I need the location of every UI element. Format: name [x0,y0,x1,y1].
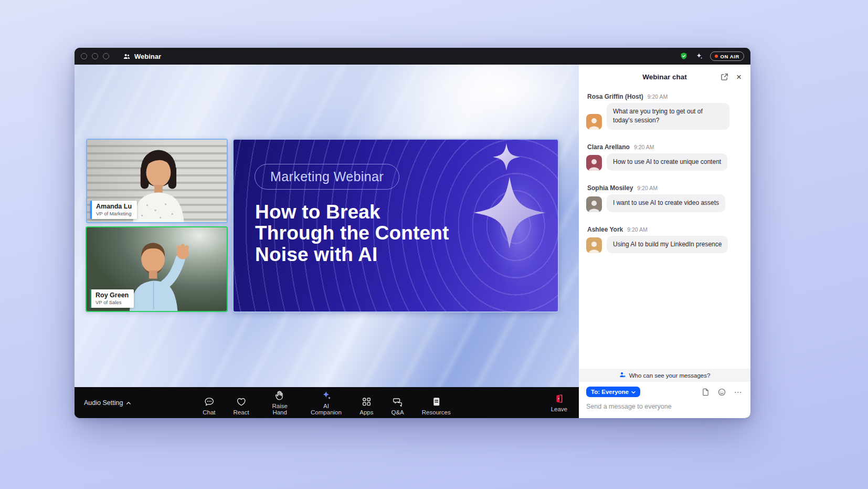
app-title-group: Webinar [123,53,161,60]
video-stage: Amanda Lu VP of Marketing [75,65,579,387]
message-time: 9:20 AM [634,144,654,150]
chat-message: Clara Arellano 9:20 AM How to use AI to … [586,143,742,171]
toolbar-chat-label: Chat [203,409,215,415]
message-bubble: I want to use AI to create video assets [607,194,725,212]
chat-footer: Who can see your messages? To: Everyone [579,369,750,418]
composer: To: Everyone ⋯ [579,382,750,418]
nametag-roy: Roy Green VP of Sales [90,289,134,308]
recipient-selector[interactable]: To: Everyone [586,387,640,397]
toolbar-qa-label: Q&A [391,409,404,415]
slide-headline: How to Break Through the Content Noise w… [255,202,449,265]
more-options-icon[interactable]: ⋯ [733,387,743,397]
message-author: Ashlee York [587,226,623,233]
leave-label: Leave [551,406,567,412]
speaker-tile-amanda[interactable]: Amanda Lu VP of Marketing [86,139,228,223]
on-air-badge: ON AIR [710,51,745,61]
message-author: Sophia Mosiley [587,184,633,192]
presentation-slide: Marketing Webinar How to Break Through t… [232,139,559,313]
decor-star-small [492,143,521,171]
message-bubble: How to use AI to create unique content [607,153,727,171]
toolbar-ai-companion[interactable]: AI Companion [309,389,344,417]
message-time: 9:20 AM [637,185,658,191]
message-author: Rosa Griffin (Host) [587,93,643,100]
toolbar-chat[interactable]: Chat [200,395,217,417]
close-icon[interactable]: × [734,71,744,82]
privacy-person-icon [619,371,626,379]
attach-file-icon[interactable] [700,387,711,397]
chat-title: Webinar chat [642,73,687,81]
toolbar-resources-label: Resources [422,409,451,415]
toolbar-apps[interactable]: Apps [357,395,375,417]
webinar-window: Webinar ON AIR [75,48,750,418]
toolbar-raise-hand-label: Raise Hand [267,403,293,415]
chat-icon [203,396,215,408]
meeting-toolbar: Audio Setting Chat [75,387,579,418]
recipient-label: To: Everyone [591,389,629,395]
speaker-name: Amanda Lu [96,203,132,210]
chat-header: Webinar chat × [579,65,750,89]
resources-icon [430,396,442,408]
headline-line-1: How to Break [255,202,449,223]
on-air-dot [715,55,718,58]
toolbar-react-label: React [234,409,249,415]
chat-message-list: Rosa Griffin (Host) 9:20 AM What are you… [579,89,750,369]
message-input[interactable] [586,403,743,410]
chevron-up-icon [126,399,131,407]
leave-door-icon [553,393,565,404]
heart-icon [236,396,247,408]
qa-icon [392,396,404,408]
speaker-tile-roy[interactable]: Roy Green VP of Sales [86,226,228,312]
security-shield-icon[interactable] [680,52,689,61]
toolbar-qa[interactable]: Q&A [389,395,406,417]
nametag-amanda: Amanda Lu VP of Marketing [90,201,137,219]
chat-message: Rosa Griffin (Host) 9:20 AM What are you… [586,93,742,130]
avatar [586,114,602,130]
chat-message: Ashlee York 9:20 AM Using AI to build my… [586,226,742,253]
raise-hand-icon [274,390,285,401]
app-title: Webinar [134,53,161,60]
titlebar-right: ON AIR [680,51,745,61]
chat-message: Sophia Mosiley 9:20 AM I want to use AI … [586,184,742,212]
avatar [586,196,602,212]
audio-setting-button[interactable]: Audio Setting [84,399,131,407]
slide-badge: Marketing Webinar [255,164,399,190]
speaker-role: VP of Sales [96,299,129,305]
window-close-button[interactable] [81,53,87,59]
toolbar-raise-hand[interactable]: Raise Hand [265,389,295,417]
webinar-icon [123,53,131,60]
chat-panel: Webinar chat × Rosa Griffin (Host) 9:20 … [579,65,750,418]
toolbar-ai-companion-label: AI Companion [311,403,342,415]
privacy-note[interactable]: Who can see your messages? [579,369,750,382]
window-minimize-button[interactable] [92,53,98,59]
popout-icon[interactable] [719,71,729,82]
audio-setting-label: Audio Setting [84,399,123,407]
speaker-role: VP of Marketing [96,211,132,216]
toolbar-center: Chat React Raise Hand [200,389,453,417]
message-time: 9:20 AM [648,93,668,100]
message-time: 9:20 AM [627,226,648,233]
message-bubble: What are you trying to get out of today'… [607,103,729,130]
apps-icon [361,396,372,408]
toolbar-apps-label: Apps [359,409,373,415]
speaker-name: Roy Green [96,292,129,299]
window-maximize-button[interactable] [103,53,109,59]
chevron-down-icon [631,389,636,395]
emoji-icon[interactable] [716,387,727,397]
on-air-label: ON AIR [721,54,740,59]
avatar [586,237,602,253]
ai-sparkle-icon[interactable] [695,52,704,61]
headline-line-2: Through the Content [255,223,449,244]
headline-line-3: Noise with AI [255,244,449,265]
window-controls [81,53,109,59]
toolbar-react[interactable]: React [231,395,251,417]
ai-companion-icon [320,390,332,401]
message-author: Clara Arellano [587,143,630,151]
leave-button[interactable]: Leave [549,392,569,413]
message-bubble: Using AI to build my LinkedIn presence [607,236,728,253]
toolbar-resources[interactable]: Resources [420,395,453,417]
decor-star-large [472,175,547,250]
titlebar: Webinar ON AIR [75,48,750,65]
avatar [586,155,602,171]
privacy-note-label: Who can see your messages? [629,372,711,379]
